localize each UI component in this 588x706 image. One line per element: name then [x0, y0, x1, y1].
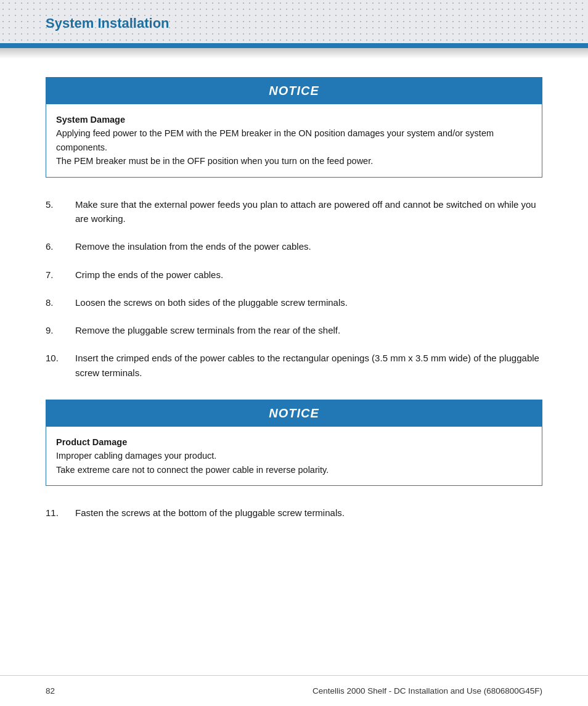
notice-line-2-2: Take extreme care not to connect the pow… — [56, 463, 532, 477]
doc-title: Centellis 2000 Shelf - DC Installation a… — [312, 686, 542, 696]
notice-box-1: NOTICE System Damage Applying feed power… — [46, 77, 542, 178]
step-num-6: 6. — [46, 239, 75, 253]
notice-title-1: NOTICE — [269, 84, 319, 97]
step-text-6: Remove the insulation from the ends of t… — [75, 239, 542, 253]
gray-bar — [0, 48, 588, 59]
list-item: 10. Insert the crimped ends of the power… — [46, 351, 542, 380]
notice-line-2-1: Improper cabling damages your product. — [56, 449, 532, 462]
page-title: System Installation — [46, 15, 169, 31]
steps-list: 5. Make sure that the external power fee… — [46, 197, 542, 380]
list-item: 5. Make sure that the external power fee… — [46, 197, 542, 226]
step-num-5: 5. — [46, 197, 75, 226]
notice-bold-1: System Damage — [56, 113, 532, 126]
page-footer: 82 Centellis 2000 Shelf - DC Installatio… — [0, 675, 588, 706]
header: System Installation — [0, 0, 588, 59]
page-number: 82 — [46, 686, 55, 696]
step-num-8: 8. — [46, 295, 75, 310]
list-item: 11. Fasten the screws at the bottom of t… — [46, 506, 542, 520]
notice-header-2: NOTICE — [46, 400, 542, 427]
step-text-10: Insert the crimped ends of the power cab… — [75, 351, 542, 380]
list-item: 6. Remove the insulation from the ends o… — [46, 239, 542, 253]
notice-box-2: NOTICE Product Damage Improper cabling d… — [46, 400, 542, 486]
notice-line-1-2: The PEM breaker must be in the OFF posit… — [56, 154, 532, 168]
list-item: 8. Loosen the screws on both sides of th… — [46, 295, 542, 310]
step-text-11: Fasten the screws at the bottom of the p… — [75, 506, 542, 520]
notice-header-1: NOTICE — [46, 78, 542, 104]
notice-line-1-1: Applying feed power to the PEM with the … — [56, 126, 532, 154]
step-num-11: 11. — [46, 506, 75, 520]
accent-bar — [0, 43, 588, 48]
step-text-8: Loosen the screws on both sides of the p… — [75, 295, 542, 310]
step-num-7: 7. — [46, 268, 75, 282]
notice-body-1: System Damage Applying feed power to the… — [46, 104, 542, 177]
step-num-10: 10. — [46, 351, 75, 380]
step-11-list: 11. Fasten the screws at the bottom of t… — [46, 506, 542, 520]
step-text-7: Crimp the ends of the power cables. — [75, 268, 542, 282]
notice-title-2: NOTICE — [269, 406, 319, 420]
header-title-bar: System Installation — [0, 0, 588, 46]
step-text-9: Remove the pluggable screw terminals fro… — [75, 323, 542, 337]
notice-body-2: Product Damage Improper cabling damages … — [46, 427, 542, 485]
step-text-5: Make sure that the external power feeds … — [75, 197, 542, 226]
notice-bold-2: Product Damage — [56, 435, 532, 449]
list-item: 7. Crimp the ends of the power cables. — [46, 268, 542, 282]
list-item: 9. Remove the pluggable screw terminals … — [46, 323, 542, 337]
main-content: NOTICE System Damage Applying feed power… — [0, 59, 588, 583]
step-num-9: 9. — [46, 323, 75, 337]
